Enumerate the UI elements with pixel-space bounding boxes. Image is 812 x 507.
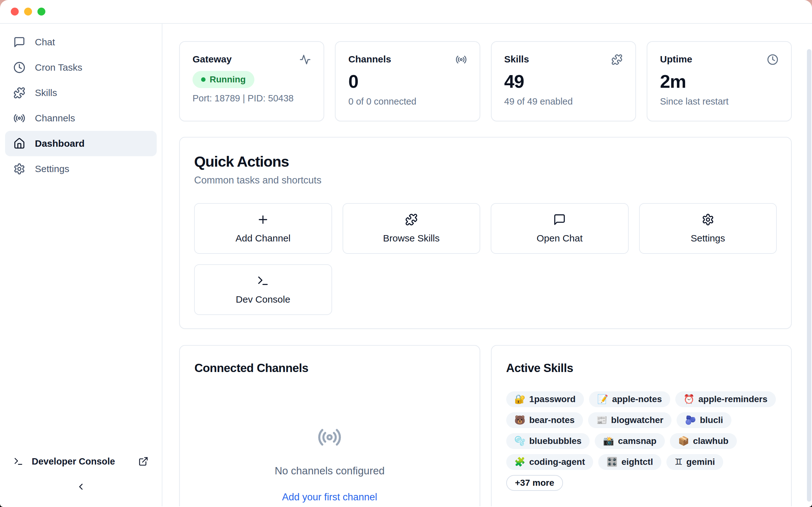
- add-first-channel-link[interactable]: Add your first channel: [282, 492, 377, 503]
- vertical-scrollbar[interactable]: [807, 49, 811, 502]
- gear-icon: [13, 163, 26, 175]
- skill-chip[interactable]: 🐻bear-notes: [506, 412, 583, 428]
- terminal-icon: [13, 456, 23, 466]
- open-chat-button[interactable]: Open Chat: [491, 203, 629, 254]
- quick-actions-subtitle: Common tasks and shortcuts: [194, 175, 777, 186]
- window-controls: [11, 8, 45, 15]
- skill-name: coding-agent: [529, 457, 585, 467]
- knobs-emoji-icon: 🎛️: [606, 458, 618, 466]
- skill-name: apple-notes: [612, 394, 662, 404]
- sidebar: Chat Cron Tasks Skills Channels Dashboar…: [0, 24, 162, 506]
- plus-icon: [257, 213, 269, 226]
- activity-icon: [299, 54, 311, 65]
- channels-stat-card: Channels 0 0 of 0 connected: [335, 41, 480, 121]
- skill-name: clawhub: [693, 436, 728, 446]
- sidebar-item-cron-tasks[interactable]: Cron Tasks: [5, 55, 157, 80]
- developer-console-label: Developer Console: [32, 456, 115, 467]
- sidebar-item-label: Settings: [35, 164, 69, 174]
- browse-skills-button[interactable]: Browse Skills: [343, 203, 480, 254]
- settings-button[interactable]: Settings: [639, 203, 777, 254]
- action-label: Open Chat: [537, 233, 583, 244]
- skills-card-title: Skills: [504, 54, 529, 65]
- skill-chip[interactable]: 🔐1password: [506, 391, 584, 407]
- message-square-icon: [13, 36, 26, 48]
- status-badge-label: Running: [210, 74, 246, 84]
- connected-channels-title: Connected Channels: [194, 361, 465, 375]
- skill-chip[interactable]: 🧩coding-agent: [506, 454, 594, 470]
- gateway-port-pid: Port: 18789 | PID: 50438: [193, 93, 311, 104]
- sidebar-item-channels[interactable]: Channels: [5, 106, 157, 131]
- bear-emoji-icon: 🐻: [514, 416, 525, 425]
- uptime-card-title: Uptime: [660, 54, 693, 65]
- bubbles-emoji-icon: 🫧: [514, 437, 525, 446]
- skill-chip[interactable]: 🫧bluebubbles: [506, 433, 590, 449]
- skill-name: gemini: [687, 457, 715, 467]
- blueberries-emoji-icon: 🫐: [685, 416, 696, 425]
- connected-channels-card: Connected Channels No channels configure…: [179, 345, 480, 506]
- skill-name: eightctl: [621, 457, 653, 467]
- skill-chip[interactable]: 📝apple-notes: [589, 391, 670, 407]
- status-badge: Running: [193, 71, 254, 88]
- skill-name: bluebubbles: [529, 436, 581, 446]
- gemini-emoji-icon: ♊: [675, 458, 682, 466]
- chevron-left-icon: [76, 482, 86, 492]
- clock-icon: [13, 61, 26, 73]
- home-icon: [13, 137, 26, 150]
- sidebar-item-label: Chat: [35, 37, 55, 48]
- sidebar-collapse-button[interactable]: [5, 475, 157, 498]
- sidebar-item-chat[interactable]: Chat: [5, 30, 157, 55]
- camera-emoji-icon: 📸: [603, 437, 614, 446]
- newspaper-emoji-icon: 📰: [596, 416, 607, 425]
- skills-subtext: 49 of 49 enabled: [504, 96, 623, 107]
- sidebar-item-label: Channels: [35, 113, 75, 124]
- sidebar-item-skills[interactable]: Skills: [5, 80, 157, 106]
- uptime-subtext: Since last restart: [660, 96, 778, 107]
- quick-actions-grid: Add Channel Browse Skills Open Chat Sett…: [194, 203, 777, 315]
- channels-empty-state: No channels configured Add your first ch…: [194, 425, 465, 503]
- more-skills-button[interactable]: +37 more: [506, 475, 563, 491]
- uptime-value: 2m: [660, 72, 778, 91]
- minimize-button[interactable]: [24, 8, 32, 15]
- quick-actions-title: Quick Actions: [194, 153, 777, 170]
- skill-chip[interactable]: ♊gemini: [666, 454, 723, 470]
- lock-emoji-icon: 🔐: [514, 395, 525, 404]
- empty-state-text: No channels configured: [275, 465, 385, 477]
- channels-count: 0: [348, 72, 467, 91]
- package-emoji-icon: 📦: [678, 437, 689, 446]
- skill-chip[interactable]: 🎛️eightctl: [598, 454, 661, 470]
- puzzle-icon: [405, 213, 418, 226]
- sidebar-item-settings[interactable]: Settings: [5, 156, 157, 181]
- skill-chip[interactable]: 📸camsnap: [595, 433, 664, 449]
- developer-console-button[interactable]: Developer Console: [5, 450, 157, 473]
- sidebar-item-label: Skills: [35, 88, 57, 98]
- action-label: Add Channel: [236, 233, 291, 244]
- puzzle-icon: [611, 54, 623, 65]
- action-label: Dev Console: [236, 294, 290, 305]
- skill-chip[interactable]: 📰blogwatcher: [588, 412, 672, 428]
- radio-icon: [455, 54, 467, 65]
- sidebar-item-dashboard[interactable]: Dashboard: [5, 131, 157, 156]
- terminal-icon: [257, 274, 269, 287]
- channels-subtext: 0 of 0 connected: [348, 96, 467, 107]
- alarm-emoji-icon: ⏰: [683, 395, 695, 404]
- sidebar-item-label: Cron Tasks: [35, 62, 83, 73]
- skill-chip[interactable]: 📦clawhub: [670, 433, 737, 449]
- radio-icon: [317, 425, 342, 450]
- titlebar: [0, 0, 812, 24]
- skill-chip[interactable]: ⏰apple-reminders: [675, 391, 776, 407]
- gateway-card-title: Gateway: [193, 54, 232, 65]
- puzzle-emoji-icon: 🧩: [514, 458, 525, 466]
- skill-name: blucli: [700, 415, 723, 425]
- skill-name: camsnap: [618, 436, 656, 446]
- channels-card-title: Channels: [348, 54, 391, 65]
- message-square-icon: [553, 213, 566, 226]
- close-button[interactable]: [11, 8, 19, 15]
- dev-console-button[interactable]: Dev Console: [194, 264, 332, 315]
- radio-icon: [13, 112, 26, 124]
- skill-chip[interactable]: 🫐blucli: [676, 412, 731, 428]
- active-skills-card: Active Skills 🔐1password 📝apple-notes ⏰a…: [491, 345, 792, 506]
- skill-name: bear-notes: [529, 415, 574, 425]
- add-channel-button[interactable]: Add Channel: [194, 203, 332, 254]
- skill-name: blogwatcher: [611, 415, 664, 425]
- zoom-button[interactable]: [38, 8, 45, 15]
